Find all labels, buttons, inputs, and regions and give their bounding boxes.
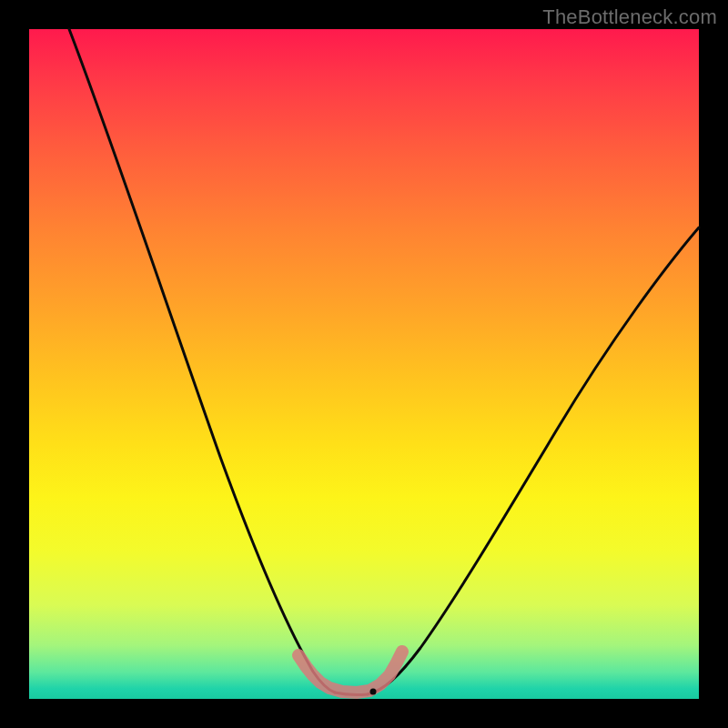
highlight-L-mark xyxy=(298,652,402,693)
curve-left-branch xyxy=(69,29,335,693)
curve-svg xyxy=(29,29,699,699)
curve-right-branch xyxy=(368,228,699,694)
plot-area xyxy=(29,29,699,699)
notch-dot xyxy=(370,689,377,695)
outer-frame: TheBottleneck.com xyxy=(0,0,728,728)
watermark-text: TheBottleneck.com xyxy=(542,5,717,29)
